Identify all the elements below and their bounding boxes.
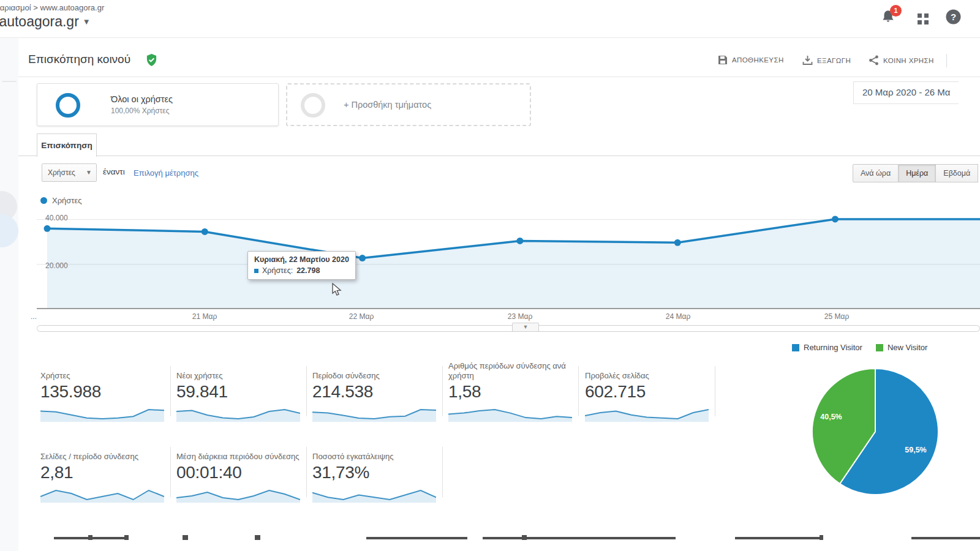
- legend-label: Returning Visitor: [804, 343, 862, 352]
- export-label: ΕΞΑΓΩΓΗ: [817, 57, 851, 64]
- metric-label: Προβολές σελίδας: [585, 359, 709, 381]
- card-divider: [306, 447, 307, 497]
- metric-select-value: Χρήστες: [48, 168, 75, 177]
- users-area-chart[interactable]: [37, 211, 980, 312]
- visitor-type-pie-chart[interactable]: [810, 366, 941, 497]
- metric-sparkline: [176, 484, 300, 503]
- x-axis-tick: 25 Μαρ: [815, 312, 858, 321]
- metric-card[interactable]: Περίοδοι σύνδεσης214.538: [312, 359, 436, 422]
- metric-value: 00:01:40: [176, 463, 300, 482]
- metric-card[interactable]: Αριθμός περιόδων σύνδεσης ανά χρήστη1,58: [448, 359, 572, 422]
- share-label: ΚΟΙΝΗ ΧΡΗΣΗ: [883, 57, 934, 64]
- account-title-text: .autoagora.gr: [0, 13, 79, 29]
- metric-sparkline: [312, 484, 436, 503]
- segment-title: Όλοι οι χρήστες: [111, 94, 173, 104]
- breadcrumb[interactable]: ογαριασμοί > www.autoagora.gr: [0, 3, 104, 12]
- chevron-down-icon: ▼: [86, 164, 92, 181]
- metric-card[interactable]: Ποσοστό εγκατάλειψης31,73%: [312, 440, 436, 503]
- tab-overview[interactable]: Επισκόπηση: [37, 133, 97, 157]
- metric-label: Αριθμός περιόδων σύνδεσης ανά χρήστη: [448, 359, 572, 381]
- help-icon[interactable]: ?: [945, 9, 963, 27]
- segment-ring-icon: [301, 93, 325, 118]
- metric-value: 214.538: [312, 382, 436, 402]
- add-segment-button[interactable]: + Προσθήκη τμήματος: [286, 83, 531, 126]
- left-rail: [0, 38, 18, 551]
- granularity-hourly[interactable]: Ανά ώρα: [853, 164, 899, 182]
- notifications-bell-icon[interactable]: 1: [880, 9, 899, 27]
- metric-sparkline: [448, 403, 572, 422]
- metric-value: 2,81: [40, 463, 164, 482]
- segment-all-users[interactable]: Όλοι οι χρήστες 100,00% Χρήστες: [37, 83, 279, 126]
- pie-slice-label-green: 40,5%: [810, 413, 853, 421]
- app-header: ογαριασμοί > www.autoagora.gr .autoagora…: [0, 0, 980, 38]
- metric-card[interactable]: Μέση διάρκεια περιόδου σύνδεσης00:01:40: [176, 440, 300, 503]
- metric-label: Μέση διάρκεια περιόδου σύνδεσης: [176, 440, 300, 462]
- date-range-selector[interactable]: 20 Μαρ 2020 - 26 Μα: [853, 81, 959, 104]
- pie-slice-label-blue: 59,5%: [894, 446, 937, 454]
- notification-badge: 1: [890, 5, 902, 17]
- x-axis-tick: 21 Μαρ: [183, 312, 226, 321]
- card-divider: [578, 366, 579, 416]
- choose-metric-link[interactable]: Επιλογή μέτρησης: [134, 168, 198, 178]
- card-divider: [442, 447, 443, 497]
- metric-sparkline: [585, 403, 709, 422]
- legend-swatch-blue: [792, 344, 799, 351]
- granularity-week[interactable]: Εβδομά: [936, 164, 978, 182]
- account-selector[interactable]: .autoagora.gr▼: [0, 13, 91, 30]
- card-divider: [715, 366, 715, 416]
- granularity-button-group: Ανά ώρα Ημέρα Εβδομά: [853, 164, 978, 182]
- versus-label: έναντι: [103, 167, 125, 176]
- export-button[interactable]: ΕΞΑΓΩΓΗ: [802, 55, 851, 66]
- granularity-day[interactable]: Ημέρα: [899, 164, 936, 182]
- x-axis-tick: 22 Μαρ: [340, 312, 383, 321]
- save-button[interactable]: ΑΠΟΘΗΚΕΥΣΗ: [718, 55, 784, 65]
- metric-card[interactable]: Νέοι χρήστες59.841: [176, 359, 300, 422]
- metric-sparkline: [176, 403, 300, 422]
- tooltip-date: Κυριακή, 22 Μαρτίου 2020: [254, 255, 349, 264]
- tab-baseline: [18, 156, 980, 156]
- legend-new-visitor: New Visitor: [876, 343, 928, 352]
- legend-swatch-green: [876, 344, 883, 351]
- metric-label: Ποσοστό εγκατάλειψης: [312, 440, 436, 462]
- metric-sparkline: [312, 403, 436, 422]
- rail-decoration: [0, 214, 18, 247]
- metric-value: 31,73%: [312, 463, 436, 482]
- x-axis-tick: 24 Μαρ: [657, 312, 699, 321]
- x-axis-tick: ...: [31, 312, 55, 321]
- segment-subtitle: 100,00% Χρήστες: [111, 107, 170, 115]
- share-button[interactable]: ΚΟΙΝΗ ΧΡΗΣΗ: [869, 55, 934, 66]
- metric-value: 59.841: [176, 382, 300, 402]
- metric-value: 602.715: [585, 382, 709, 402]
- save-label: ΑΠΟΘΗΚΕΥΣΗ: [732, 56, 784, 64]
- chart-legend: Χρήστες: [40, 196, 82, 205]
- timeline-brush[interactable]: [37, 325, 980, 332]
- segment-ring-icon: [56, 93, 80, 118]
- y-axis-tick: 40.000: [45, 214, 68, 222]
- metric-card[interactable]: Προβολές σελίδας602.715: [585, 359, 709, 422]
- y-axis-tick: 20.000: [45, 261, 68, 270]
- legend-dot-icon: [40, 197, 47, 204]
- metric-label: Σελίδες / περίοδο σύνδεσης: [40, 440, 164, 462]
- apps-grid-icon[interactable]: [916, 12, 935, 31]
- verified-shield-icon: [146, 54, 157, 69]
- svg-text:?: ?: [951, 12, 956, 22]
- tooltip-series-label: Χρήστες:: [262, 266, 293, 275]
- card-divider: [170, 366, 171, 416]
- metric-card[interactable]: Χρήστες135.988: [40, 359, 164, 422]
- chart-tooltip: Κυριακή, 22 Μαρτίου 2020 Χρήστες: 22.798: [247, 251, 356, 280]
- card-divider: [442, 366, 443, 416]
- metric-card[interactable]: Σελίδες / περίοδο σύνδεσης2,81: [40, 440, 164, 503]
- divider: [18, 77, 980, 77]
- metric-select-dropdown[interactable]: Χρήστες ▼: [42, 163, 97, 182]
- card-divider: [170, 447, 171, 497]
- metric-sparkline: [40, 403, 164, 422]
- share-icon: [869, 55, 879, 66]
- metric-label: Νέοι χρήστες: [176, 359, 300, 381]
- metric-value: 1,58: [448, 382, 572, 402]
- timeline-handle[interactable]: ▼: [512, 323, 539, 332]
- tooltip-series-swatch: [254, 269, 258, 273]
- metric-value: 135.988: [40, 382, 164, 402]
- card-divider: [306, 366, 307, 416]
- legend-label: Χρήστες: [52, 196, 82, 205]
- save-icon: [718, 55, 728, 65]
